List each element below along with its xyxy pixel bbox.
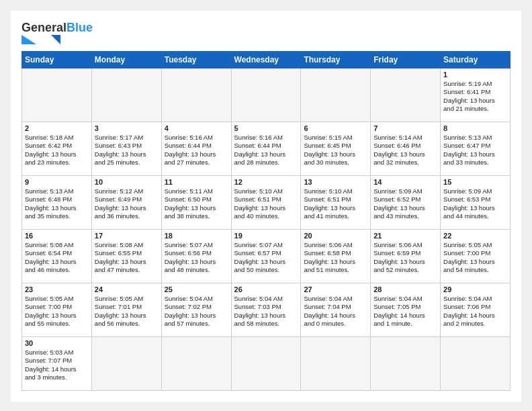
day-number: 30 [25, 339, 89, 347]
day-info-line: Daylight: 13 hours [25, 204, 89, 212]
day-info-line: Daylight: 14 hours [25, 365, 89, 373]
day-info-line: Daylight: 13 hours [373, 258, 437, 266]
calendar-cell: 19Sunrise: 5:07 AMSunset: 6:57 PMDayligh… [231, 230, 301, 283]
day-number: 10 [95, 178, 159, 186]
day-info-line: and 25 minutes. [95, 158, 159, 167]
day-number: 16 [25, 232, 89, 240]
week-row-0: 1Sunrise: 5:19 AMSunset: 6:41 PMDaylight… [22, 68, 511, 122]
day-info-line: Sunrise: 5:03 AM [25, 349, 89, 357]
calendar-cell [161, 337, 231, 391]
day-info-line: Daylight: 13 hours [25, 312, 89, 320]
day-info-line: and 50 minutes. [234, 266, 298, 274]
day-info-line: Daylight: 13 hours [165, 204, 228, 212]
day-number: 21 [373, 232, 437, 240]
calendar-cell: 18Sunrise: 5:07 AMSunset: 6:56 PMDayligh… [161, 230, 231, 283]
day-number: 13 [304, 178, 367, 186]
week-row-1: 2Sunrise: 5:18 AMSunset: 6:42 PMDaylight… [22, 122, 511, 176]
day-info-line: and 44 minutes. [443, 212, 507, 220]
calendar-cell: 8Sunrise: 5:13 AMSunset: 6:47 PMDaylight… [441, 122, 511, 176]
day-number: 23 [25, 285, 89, 293]
calendar-cell: 29Sunrise: 5:04 AMSunset: 7:06 PMDayligh… [441, 283, 511, 337]
day-number: 4 [165, 124, 228, 132]
day-info-line: and 35 minutes. [25, 212, 89, 220]
day-info-line: Sunrise: 5:13 AM [25, 187, 89, 195]
weekday-header-sunday: Sunday [22, 52, 92, 68]
day-info-line: Sunrise: 5:07 AM [165, 241, 228, 249]
day-info-line: Sunset: 7:07 PM [25, 357, 89, 365]
weekday-header-friday: Friday [371, 52, 441, 68]
day-info-line: Sunrise: 5:14 AM [373, 134, 437, 142]
day-info-line: Sunrise: 5:08 AM [95, 241, 159, 249]
day-info-line: Sunset: 6:45 PM [304, 142, 367, 150]
calendar-table: SundayMondayTuesdayWednesdayThursdayFrid… [21, 51, 511, 391]
day-info-line: Sunset: 6:53 PM [443, 195, 507, 203]
day-info-line: and 55 minutes. [25, 320, 89, 328]
day-number: 5 [234, 124, 298, 132]
day-number: 26 [234, 285, 298, 293]
day-info-line: and 40 minutes. [234, 212, 298, 220]
day-info-line: Sunset: 6:58 PM [304, 249, 367, 257]
day-info-line: and 30 minutes. [304, 158, 367, 167]
day-info-line: and 41 minutes. [304, 212, 367, 220]
day-info-line: and 28 minutes. [234, 158, 298, 167]
calendar-cell: 16Sunrise: 5:08 AMSunset: 6:54 PMDayligh… [22, 230, 92, 283]
calendar-cell: 27Sunrise: 5:04 AMSunset: 7:04 PMDayligh… [301, 283, 371, 337]
day-info-line: Sunset: 6:56 PM [165, 249, 228, 257]
day-number: 17 [95, 232, 159, 240]
day-info-line: Sunset: 7:04 PM [304, 303, 367, 311]
day-info-line: Sunset: 6:51 PM [304, 195, 367, 203]
calendar-cell: 24Sunrise: 5:05 AMSunset: 7:01 PMDayligh… [91, 283, 161, 337]
calendar-cell [371, 68, 441, 122]
day-info-line: Daylight: 13 hours [234, 150, 298, 158]
day-info-line: Sunset: 6:57 PM [234, 249, 298, 257]
day-info-line: Sunrise: 5:10 AM [234, 187, 298, 195]
day-info-line: Sunrise: 5:04 AM [304, 295, 367, 303]
day-info-line: Sunset: 7:00 PM [25, 303, 89, 311]
day-info-line: Daylight: 13 hours [234, 204, 298, 212]
day-info-line: Sunrise: 5:04 AM [234, 295, 298, 303]
day-number: 11 [165, 178, 228, 186]
day-info-line: Sunset: 6:52 PM [373, 195, 437, 203]
day-info-line: Sunset: 6:44 PM [165, 142, 228, 150]
day-info-line: Daylight: 13 hours [234, 312, 298, 320]
day-info-line: Sunrise: 5:06 AM [373, 241, 437, 249]
day-info-line: Daylight: 13 hours [95, 312, 159, 320]
day-number: 8 [443, 124, 507, 132]
day-number: 6 [304, 124, 367, 132]
week-row-3: 16Sunrise: 5:08 AMSunset: 6:54 PMDayligh… [22, 230, 511, 283]
calendar-cell: 3Sunrise: 5:17 AMSunset: 6:43 PMDaylight… [91, 122, 161, 176]
day-info-line: Sunset: 6:47 PM [443, 142, 507, 150]
calendar-cell: 17Sunrise: 5:08 AMSunset: 6:55 PMDayligh… [91, 230, 161, 283]
day-info-line: and 32 minutes. [373, 158, 437, 167]
day-number: 2 [25, 124, 89, 132]
day-info-line: Daylight: 14 hours [304, 312, 367, 320]
day-info-line: Sunset: 7:03 PM [234, 303, 298, 311]
day-info-line: Sunrise: 5:05 AM [443, 241, 507, 249]
weekday-header-wednesday: Wednesday [231, 52, 301, 68]
day-info-line: and 3 minutes. [25, 373, 89, 381]
day-number: 12 [234, 178, 298, 186]
day-info-line: Sunset: 6:44 PM [234, 142, 298, 150]
day-number: 22 [443, 232, 507, 240]
calendar-cell: 7Sunrise: 5:14 AMSunset: 6:46 PMDaylight… [371, 122, 441, 176]
day-info-line: Sunrise: 5:04 AM [443, 295, 507, 303]
day-number: 27 [304, 285, 367, 293]
calendar-cell [161, 68, 231, 122]
calendar-cell: 6Sunrise: 5:15 AMSunset: 6:45 PMDaylight… [301, 122, 371, 176]
calendar-cell: 26Sunrise: 5:04 AMSunset: 7:03 PMDayligh… [231, 283, 301, 337]
calendar-cell: 23Sunrise: 5:05 AMSunset: 7:00 PMDayligh… [22, 283, 92, 337]
calendar-cell: 30Sunrise: 5:03 AMSunset: 7:07 PMDayligh… [22, 337, 92, 391]
day-info-line: Daylight: 13 hours [234, 258, 298, 266]
day-info-line: Sunrise: 5:08 AM [25, 241, 89, 249]
week-row-4: 23Sunrise: 5:05 AMSunset: 7:00 PMDayligh… [22, 283, 511, 337]
day-info-line: and 38 minutes. [165, 212, 228, 220]
day-info-line: and 27 minutes. [165, 158, 228, 167]
week-row-2: 9Sunrise: 5:13 AMSunset: 6:48 PMDaylight… [22, 176, 511, 230]
weekday-header-tuesday: Tuesday [161, 52, 231, 68]
day-info-line: Sunrise: 5:10 AM [304, 187, 367, 195]
day-info-line: Sunrise: 5:15 AM [304, 134, 367, 142]
day-info-line: Sunset: 7:05 PM [373, 303, 437, 311]
day-info-line: Daylight: 13 hours [304, 150, 367, 158]
calendar-cell: 21Sunrise: 5:06 AMSunset: 6:59 PMDayligh… [371, 230, 441, 283]
day-info-line: and 51 minutes. [304, 266, 367, 274]
